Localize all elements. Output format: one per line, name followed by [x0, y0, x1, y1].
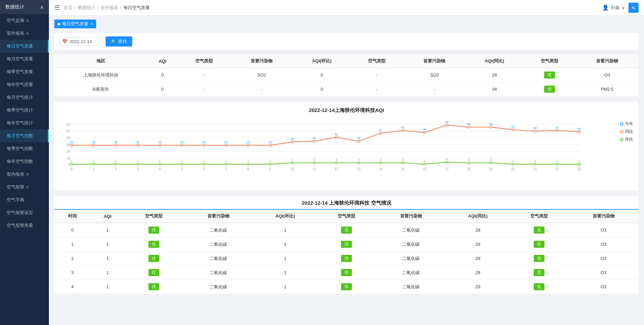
td-pollutant-tb: O3 [568, 252, 639, 266]
svg-point-98 [335, 162, 337, 164]
svg-text:18: 18 [467, 167, 471, 171]
breadcrumb-data-stats[interactable]: 数据统计 [78, 5, 95, 11]
td-aqi: 1 [91, 252, 124, 266]
th-aqi: AQI [147, 55, 178, 68]
svg-text:4: 4 [446, 157, 448, 161]
svg-text:34: 34 [290, 137, 294, 141]
svg-point-66 [159, 144, 161, 146]
td-aqi-hb: 1 [253, 266, 317, 280]
svg-point-75 [358, 140, 360, 142]
sidebar-item-air-alarm[interactable]: 空气报警 ∧ [0, 181, 49, 194]
td-aqi-hb: 1 [253, 223, 317, 237]
collapse-sidebar-button[interactable]: ⇆ [628, 3, 639, 13]
svg-point-106 [512, 163, 514, 165]
svg-point-109 [578, 163, 580, 165]
td-pollutant: 二氧化碳 [183, 237, 253, 252]
sidebar-item-monthly-air-stats[interactable]: 每月空气统计 [0, 91, 49, 104]
td-aqi-tb: 29 [446, 237, 510, 252]
svg-text:1: 1 [115, 159, 116, 163]
search-icon: 🔍 [111, 39, 116, 44]
th-pollutant-hb2: 首要污染物 [376, 210, 446, 223]
svg-point-83 [534, 130, 536, 132]
svg-text:7: 7 [225, 167, 227, 171]
svg-point-84 [556, 129, 558, 131]
td-pollutant-tb: PM2.5 [576, 82, 639, 96]
sidebar-item-yearly-air-index[interactable]: 每年空气指数 [0, 155, 49, 168]
date-input[interactable] [69, 39, 100, 44]
svg-text:19: 19 [489, 167, 493, 171]
table-row: 2 1 优 二氧化碳 1 优 二氧化碳 29 优 O3 [54, 252, 639, 266]
breadcrumb-outdoor-report[interactable]: 室外报表 [101, 5, 118, 11]
status-badge: 优 [341, 269, 352, 276]
tab-dot [58, 23, 60, 25]
search-button[interactable]: 🔍 查找 [106, 36, 132, 47]
svg-point-62 [71, 144, 73, 146]
sidebar-item-outdoor-report[interactable]: 室外报表 ∧ [0, 27, 49, 40]
menu-icon[interactable]: ☰ [54, 4, 60, 11]
svg-point-91 [181, 163, 183, 165]
sidebar-item-monthly-air-index[interactable]: 每月空气指数 [0, 129, 49, 142]
air-situation-table: 时间 AQI 空气类型 首要污染物 AQI(环比) 空气类型 首要污染物 AQI… [54, 210, 639, 294]
status-badge: 优 [341, 227, 352, 234]
sidebar-item-air-monitor[interactable]: 空气监测 ∧ [0, 14, 49, 27]
th-air-type-hb: 空气类型 [351, 55, 403, 68]
td-aqi: 1 [91, 266, 124, 280]
status-badge: 优 [148, 255, 159, 262]
legend-item: 环比 [620, 137, 633, 142]
svg-text:11: 11 [312, 167, 316, 171]
td-pollutant-hb: 二氧化碳 [376, 280, 446, 294]
sidebar-item-monthly-air-quality[interactable]: 每月空气质量 [0, 53, 49, 65]
svg-point-108 [556, 163, 558, 165]
svg-text:50: 50 [66, 129, 71, 133]
td-air-type: 优 [124, 223, 183, 237]
svg-point-104 [468, 162, 470, 164]
status-badge: 优 [341, 283, 352, 290]
tab-close-button[interactable]: × [90, 22, 93, 26]
svg-text:49: 49 [578, 127, 581, 130]
td-area: 上海轶伦环境科技 [54, 68, 147, 82]
sidebar-item-yearly-air-stats[interactable]: 每年空气统计 [0, 117, 49, 129]
chevron-up-icon: ∧ [40, 4, 44, 10]
sidebar-item-seasonal-air-index[interactable]: 每季空气指数 [0, 142, 49, 155]
sidebar-item-yearly-air-quality[interactable]: 每年空气质量 [0, 78, 49, 91]
date-picker-wrapper[interactable]: 📅 [59, 37, 103, 46]
svg-point-102 [424, 163, 426, 165]
svg-text:15: 15 [401, 167, 405, 171]
svg-point-93 [225, 163, 227, 165]
table-row: 1 1 优 二氧化碳 1 优 二氧化碳 29 优 O3 [54, 237, 639, 252]
svg-text:0: 0 [71, 167, 73, 171]
legend-item: 今年 [620, 121, 633, 127]
td-air-type-tb: 优 [510, 280, 568, 294]
svg-text:29: 29 [114, 141, 117, 144]
th-time: 时间 [54, 210, 91, 223]
table-row: 0 1 优 二氧化碳 1 优 二氧化碳 29 优 O3 [54, 223, 639, 237]
td-air-type-hb: 优 [317, 266, 376, 280]
td-aqi: 0 [147, 68, 178, 82]
svg-text:1: 1 [159, 159, 161, 163]
svg-text:3: 3 [380, 158, 382, 161]
status-badge: 优 [534, 283, 544, 290]
sidebar-item-seasonal-air-stats[interactable]: 每季空气统计 [0, 104, 49, 117]
legend-label: 同比 [625, 129, 633, 135]
sidebar-item-air-dictionary[interactable]: 空气字典 [0, 194, 49, 206]
sidebar-item-air-alarm-view[interactable]: 空气报警查看 [0, 219, 49, 232]
status-badge: 优 [148, 283, 159, 290]
sidebar-item-air-alarm-settings[interactable]: 空气报警设定 [0, 206, 49, 219]
svg-point-78 [424, 131, 426, 134]
th-aqi2: AQI [91, 210, 124, 223]
td-aqi-tb: 29 [466, 68, 523, 82]
breadcrumb-home[interactable]: 首页 [64, 5, 73, 11]
sidebar-section-data-stats[interactable]: 数据统计 ∧ [0, 0, 49, 14]
sidebar-item-indoor-report[interactable]: 室内报表 ∧ [0, 168, 49, 181]
sidebar-item-seasonal-air-quality[interactable]: 每季空气质量 [0, 65, 49, 78]
svg-point-72 [291, 141, 293, 143]
username: 刘备 [611, 5, 620, 11]
tab-daily-air-quality[interactable]: 每日空气质量 × [54, 20, 96, 28]
status-badge: 优 [534, 255, 544, 262]
user-area[interactable]: 👤 刘备 ∨ [602, 4, 625, 11]
sidebar-item-daily-air-quality[interactable]: 每日空气质量 [0, 40, 49, 53]
svg-text:29: 29 [269, 141, 272, 144]
svg-text:41: 41 [335, 132, 338, 136]
svg-text:3: 3 [490, 158, 492, 161]
td-air-type-tb: 优 [523, 68, 576, 82]
